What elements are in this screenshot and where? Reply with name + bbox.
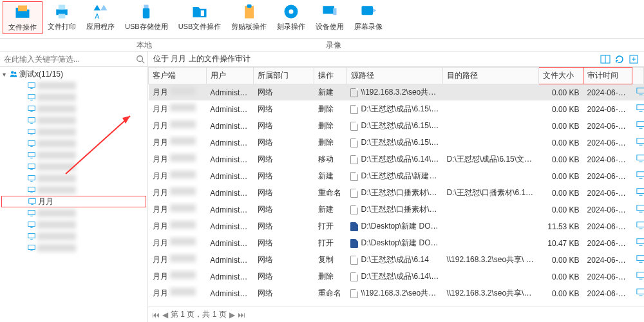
tree-node[interactable] <box>1 207 146 219</box>
file-icon <box>350 155 358 164</box>
file-icon <box>350 138 358 147</box>
tree-node[interactable] <box>1 242 146 254</box>
export-icon[interactable] <box>629 54 639 64</box>
cell-monitor[interactable] <box>632 218 643 235</box>
toolbar-file-op[interactable]: 文件操作 <box>3 1 43 34</box>
tree-node[interactable] <box>1 126 146 138</box>
tree-node[interactable] <box>1 138 146 149</box>
cell-size: 0.00 KB <box>538 168 583 185</box>
svg-rect-57 <box>637 122 644 127</box>
pager-first-icon[interactable]: ⏮ <box>152 310 160 319</box>
col-dept[interactable]: 所属部门 <box>254 68 314 84</box>
cell-dst <box>442 84 538 101</box>
cell-monitor[interactable] <box>632 285 643 302</box>
columns-icon[interactable] <box>600 54 611 64</box>
cell-monitor[interactable] <box>632 101 643 118</box>
toolbar-usb-file[interactable]: USB文件操作 <box>173 1 227 33</box>
table-row[interactable]: 月月 Administra...网络删除D:\王怼怼\成品\6.15\终...0… <box>149 118 644 135</box>
tree-node[interactable] <box>1 80 146 91</box>
cell-monitor[interactable] <box>632 252 643 269</box>
table-row[interactable]: 月月 Administra...网络打开D:\Desktop\新建 DOC...… <box>149 235 644 252</box>
table-row[interactable]: 月月 Administra...网络打开D:\Desktop\新建 DOC...… <box>149 218 644 235</box>
cell-src: D:\王怼怼\成品\6.15\文... <box>346 135 442 151</box>
cell-monitor[interactable] <box>632 235 643 252</box>
cell-dept: 网络 <box>254 84 314 101</box>
cell-src: D:\王怼怼\口播素材\新... <box>346 185 442 202</box>
col-audit[interactable]: 审计时间 <box>583 68 632 84</box>
pager-last-icon[interactable]: ⏭ <box>238 310 245 319</box>
table-row[interactable]: 月月 Administra...网络新建D:\王怼怼\成品\新建文...0.00… <box>149 168 644 185</box>
tree-node[interactable] <box>1 161 146 173</box>
tree-node[interactable] <box>1 173 146 184</box>
svg-point-19 <box>14 72 17 75</box>
cell-op: 移动 <box>314 151 347 168</box>
cell-monitor[interactable] <box>632 185 643 202</box>
tree-node[interactable] <box>1 231 146 242</box>
pager-prev-icon[interactable]: ◀ <box>162 310 168 319</box>
toolbar-usb-storage[interactable]: USB存储使用 <box>120 1 173 33</box>
cell-monitor[interactable] <box>632 168 643 185</box>
refresh-icon[interactable] <box>614 54 625 64</box>
col-src[interactable]: 源路径 <box>346 68 442 84</box>
toolbar-clipboard[interactable]: 剪贴板操作 <box>226 1 272 33</box>
table-row[interactable]: 月月 Administra...网络新建D:\王怼怼\口播素材\新...0.00… <box>149 202 644 218</box>
table-row[interactable]: 月月 Administra...网络重命名\\192.168.3.2\seo共享… <box>149 285 644 302</box>
pager-next-icon[interactable]: ▶ <box>229 310 235 319</box>
col-user[interactable]: 用户 <box>206 68 253 84</box>
tree-node[interactable] <box>1 184 146 196</box>
tree-node[interactable] <box>1 103 146 115</box>
cell-monitor[interactable] <box>632 202 643 218</box>
cell-time: 2024-06-15 17:51:21 <box>583 101 632 118</box>
svg-rect-65 <box>637 189 644 194</box>
cell-client: 月月 <box>149 101 207 118</box>
toolbar-apps[interactable]: A应用程序 <box>81 1 120 33</box>
tree-label-blur <box>37 244 76 252</box>
cell-monitor[interactable] <box>632 135 643 151</box>
monitor-icon <box>27 174 36 183</box>
table-row[interactable]: 月月 Administra...网络删除D:\王怼怼\成品\6.15\数...0… <box>149 101 644 118</box>
toolbar-device[interactable]: 设备使用 <box>310 1 349 33</box>
svg-rect-36 <box>28 176 35 180</box>
search-icon[interactable] <box>135 53 146 65</box>
cell-monitor[interactable] <box>632 84 643 101</box>
cell-op: 新建 <box>314 84 347 101</box>
tree-node[interactable] <box>1 149 146 161</box>
tree-root[interactable]: ▾ 测试x(11/15) <box>1 68 146 80</box>
table-row[interactable]: 月月 Administra...网络移动D:\王怼怼\成品\6.14\文...D… <box>149 151 644 168</box>
table-row[interactable]: 月月 Administra...网络重命名D:\王怼怼\口播素材\新...D:\… <box>149 185 644 202</box>
table-row[interactable]: 月月 Administra...网络复制D:\王怼怼\成品\6.14\\192.… <box>149 252 644 269</box>
table-row[interactable]: 月月 Administra...网络新建\\192.168.3.2\seo共享\… <box>149 84 644 101</box>
svg-rect-69 <box>637 222 644 227</box>
cell-size: 0.00 KB <box>538 118 583 135</box>
cell-client: 月月 <box>149 118 207 135</box>
col-op[interactable]: 操作 <box>314 68 347 84</box>
cell-dst <box>442 235 538 252</box>
cell-monitor[interactable] <box>632 118 643 135</box>
cell-op: 新建 <box>314 168 347 185</box>
cell-monitor[interactable] <box>632 151 643 168</box>
toolbar-file-print[interactable]: 文件打印 <box>43 1 81 33</box>
cell-monitor[interactable] <box>632 269 643 285</box>
tree-node-yueyue[interactable]: 月月 <box>1 196 146 207</box>
search-input[interactable] <box>1 53 135 65</box>
file-print-icon <box>53 3 71 21</box>
tree-node[interactable] <box>1 91 146 103</box>
cell-client: 月月 <box>149 218 207 235</box>
cell-dst <box>442 218 538 235</box>
toolbar-burn[interactable]: 刻录操作 <box>272 1 310 33</box>
cell-src: \\192.168.3.2\seo共享\... <box>346 285 442 302</box>
table-row[interactable]: 月月 Administra...网络删除D:\王怼怼\成品\6.15\文...0… <box>149 135 644 151</box>
cell-time: 2024-06-15 14:09:49 <box>583 185 632 202</box>
svg-rect-14 <box>362 6 374 15</box>
collapse-icon[interactable]: ▾ <box>3 71 9 78</box>
col-client[interactable]: 客户端 <box>149 68 207 84</box>
toolbar-screen[interactable]: 屏幕录像 <box>349 1 388 33</box>
tree-node[interactable] <box>1 219 146 231</box>
tree-node[interactable] <box>1 115 146 126</box>
table-row[interactable]: 月月 Administra...网络删除D:\王怼怼\成品\6.14\新...0… <box>149 269 644 285</box>
cell-client: 月月 <box>149 168 207 185</box>
col-dst[interactable]: 目的路径 <box>442 68 538 84</box>
col-size[interactable]: 文件大小 <box>538 68 583 84</box>
cell-dst: D:\王怼怼\口播素材\6.15拍摄 <box>442 185 538 202</box>
file-icon <box>350 105 358 114</box>
